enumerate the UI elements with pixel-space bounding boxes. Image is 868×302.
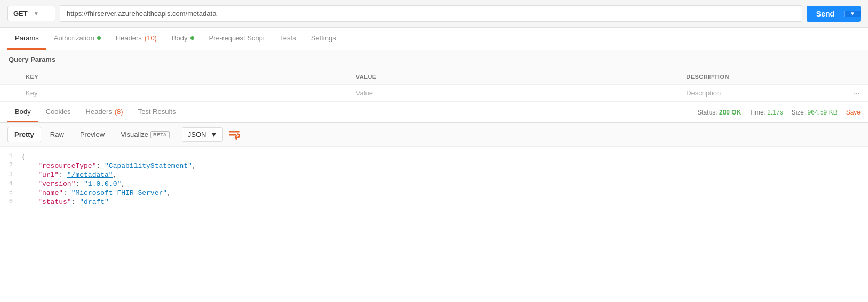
params-col-desc: DESCRIPTION [678, 69, 845, 85]
send-button-label: Send [807, 10, 844, 18]
json-line-5: 5 "name": "Microsoft FHIR Server", [0, 189, 868, 198]
params-col-actions [845, 69, 868, 85]
json-content-3: "url": "/metadata", [21, 171, 117, 179]
size-value: 964.59 KB [808, 109, 838, 116]
params-col-check [0, 69, 17, 85]
time-label: Time: 2.17s [750, 109, 783, 116]
json-line-3: 3 "url": "/metadata", [0, 170, 868, 179]
send-button[interactable]: Send ▼ [807, 6, 861, 22]
top-bar: GET ▼ Send ▼ [0, 0, 868, 28]
url-input[interactable] [60, 5, 802, 22]
response-toolbar: Pretty Raw Preview Visualize BETA JSON ▼ [0, 123, 868, 147]
tab-authorization[interactable]: Authorization [46, 28, 108, 50]
request-tabs: Params Authorization Headers (10) Body P… [0, 28, 868, 50]
tab-settings[interactable]: Settings [304, 28, 344, 50]
wrap-icon [228, 130, 240, 140]
row-desc-cell[interactable]: Description [678, 85, 845, 102]
value-placeholder: Value [356, 89, 373, 97]
json-line-2: 2 "resourceType": "CapabilityStatement", [0, 161, 868, 170]
json-content-4: "version": "1.0.0.0", [21, 180, 125, 188]
format-select-arrow-icon: ▼ [210, 130, 217, 138]
send-dropdown-arrow-icon[interactable]: ▼ [844, 11, 861, 17]
res-tab-body-label: Body [15, 108, 31, 116]
res-tab-cookies[interactable]: Cookies [38, 102, 78, 122]
tab-authorization-label: Authorization [54, 34, 94, 42]
params-table: KEY VALUE DESCRIPTION Key Value Descript… [0, 69, 868, 102]
headers-count-badge: (10) [145, 34, 157, 42]
desc-placeholder: Description [686, 89, 721, 97]
tab-pre-request-label: Pre-request Script [209, 34, 265, 42]
json-line-4: 4 "version": "1.0.0.0", [0, 179, 868, 189]
tab-pre-request[interactable]: Pre-request Script [202, 28, 273, 50]
response-header: Body Cookies Headers (8) Test Results St… [0, 102, 868, 123]
format-select-label: JSON [188, 130, 206, 138]
svg-rect-1 [229, 134, 236, 136]
method-label: GET [13, 10, 29, 18]
tab-headers-label: Headers [116, 34, 142, 42]
json-content-5: "name": "Microsoft FHIR Server", [21, 189, 171, 197]
table-row: Key Value Description ··· [0, 85, 868, 102]
format-tab-pretty-label: Pretty [14, 130, 34, 138]
res-tab-body[interactable]: Body [7, 102, 38, 122]
tab-body-label: Body [172, 34, 188, 42]
format-tab-raw-label: Raw [50, 130, 64, 138]
res-tab-test-results-label: Test Results [138, 108, 176, 116]
body-dot-icon [190, 36, 194, 40]
format-select-dropdown[interactable]: JSON ▼ [182, 127, 224, 142]
format-tab-preview-label: Preview [80, 130, 105, 138]
tab-headers[interactable]: Headers (10) [108, 28, 164, 50]
method-arrow-icon: ▼ [34, 11, 50, 17]
res-tab-headers[interactable]: Headers (8) [78, 102, 131, 122]
format-tab-visualize[interactable]: Visualize BETA [114, 127, 177, 142]
tab-settings-label: Settings [311, 34, 336, 42]
status-label: Status: 200 OK [697, 109, 741, 116]
res-headers-count-badge: (8) [115, 108, 123, 116]
format-tab-pretty[interactable]: Pretty [7, 127, 41, 142]
line-num-4: 4 [0, 180, 21, 187]
method-dropdown[interactable]: GET ▼ [7, 6, 55, 21]
res-tab-test-results[interactable]: Test Results [131, 102, 184, 122]
beta-badge: BETA [150, 131, 170, 138]
row-checkbox-cell [0, 85, 17, 102]
response-tabs: Body Cookies Headers (8) Test Results [7, 102, 697, 122]
tab-params[interactable]: Params [7, 28, 46, 50]
time-value: 2.17s [767, 109, 783, 116]
line-num-3: 3 [0, 171, 21, 178]
row-value-cell[interactable]: Value [347, 85, 678, 102]
line-num-6: 6 [0, 198, 21, 206]
response-status-bar: Status: 200 OK Time: 2.17s Size: 964.59 … [697, 109, 861, 116]
json-content-2: "resourceType": "CapabilityStatement", [21, 162, 196, 170]
row-key-cell[interactable]: Key [17, 85, 347, 102]
save-link[interactable]: Save [846, 109, 861, 116]
wrap-button[interactable] [228, 130, 240, 140]
tab-body[interactable]: Body [164, 28, 202, 50]
json-content-1: { [21, 153, 26, 161]
key-placeholder: Key [26, 89, 37, 97]
status-value: 200 OK [719, 109, 741, 116]
tab-tests-label: Tests [280, 34, 296, 42]
svg-rect-0 [229, 131, 240, 133]
json-line-1: 1 { [0, 152, 868, 161]
res-tab-cookies-label: Cookies [46, 108, 71, 116]
params-col-value: VALUE [347, 69, 678, 85]
tab-tests[interactable]: Tests [272, 28, 303, 50]
line-num-1: 1 [0, 153, 21, 160]
json-body: 1 { 2 "resourceType": "CapabilityStateme… [0, 147, 868, 212]
authorization-dot-icon [97, 36, 101, 40]
json-content-6: "status": "draft" [21, 198, 109, 206]
format-tab-visualize-label: Visualize [121, 130, 148, 138]
query-params-title: Query Params [0, 50, 868, 69]
line-num-2: 2 [0, 162, 21, 169]
tab-params-label: Params [15, 34, 39, 42]
json-line-6: 6 "status": "draft" [0, 198, 868, 207]
format-tab-raw[interactable]: Raw [43, 127, 71, 142]
row-more-cell: ··· [845, 85, 868, 102]
line-num-5: 5 [0, 189, 21, 197]
params-col-key: KEY [17, 69, 347, 85]
size-label: Size: 964.59 KB [792, 109, 838, 116]
format-tab-preview[interactable]: Preview [73, 127, 112, 142]
res-tab-headers-label: Headers [86, 108, 112, 116]
